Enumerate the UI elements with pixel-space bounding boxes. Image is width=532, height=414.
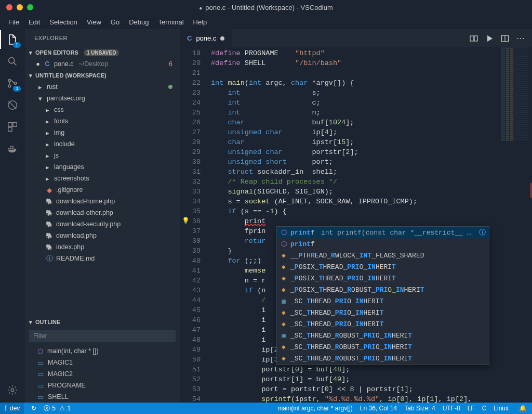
problems-count: 6	[169, 60, 172, 68]
tree-item[interactable]: ▸screenshots	[25, 173, 180, 184]
suggest-item[interactable]: ⬡printfint printf(const char *__restrict…	[277, 227, 489, 238]
suggest-item[interactable]: ◆_SC_THREAD_ROBUST_PRIO_INHERIT	[277, 341, 489, 353]
suggest-item[interactable]: ◆_SC_THREAD_PRIO_INHERIT	[277, 318, 489, 330]
git-file-icon: ◆	[46, 186, 53, 194]
php-file-icon: 🐘	[46, 244, 53, 251]
outline-filter-input[interactable]: Filter	[29, 330, 176, 342]
suggest-widget[interactable]: ⬡printfint printf(const char *__restrict…	[276, 226, 489, 365]
tree-item[interactable]: 🐘download.php	[25, 230, 180, 241]
tree-item[interactable]: ▸js	[25, 150, 180, 161]
chevron-right-icon: ▸	[46, 118, 51, 125]
minimize-window-icon[interactable]	[17, 4, 23, 10]
info-icon[interactable]: ⓘ	[479, 228, 486, 238]
suggest-item[interactable]: ◆_POSIX_THREAD_PRIO_INHERIT	[277, 261, 489, 273]
suggest-item[interactable]: ◆__PTHREAD_RWLOCK_INT_FLAGS_SHARED	[277, 250, 489, 261]
constant-icon: ▭	[37, 393, 44, 401]
close-window-icon[interactable]	[6, 4, 12, 10]
menu-selection[interactable]: Selection	[45, 16, 81, 28]
suggest-item[interactable]: ◆_POSIX_THREAD_PRIO_INHERIT	[277, 273, 489, 284]
activity-explorer-icon[interactable]: 1	[6, 33, 19, 46]
constant-icon: ▭	[37, 382, 44, 390]
minimap[interactable]	[501, 47, 528, 141]
lightbulb-icon[interactable]: 💡	[182, 216, 189, 226]
chevron-icon: ▸	[38, 83, 44, 91]
status-context[interactable]: main(int argc, char * argv[])	[277, 405, 353, 412]
tree-item[interactable]: 🐘index.php	[25, 241, 180, 253]
maximize-window-icon[interactable]	[27, 4, 33, 10]
tree-item[interactable]: 🐘download-security.php	[25, 218, 180, 230]
tree-item[interactable]: ▸css	[25, 104, 180, 115]
php-file-icon: 🐘	[46, 210, 53, 216]
status-sync[interactable]: ↻	[31, 405, 36, 412]
outline-item[interactable]: ▭PROGNAME	[25, 380, 180, 391]
status-language[interactable]: C	[482, 405, 487, 412]
svg-point-1	[8, 79, 11, 82]
chevron-down-icon: ▾	[28, 319, 33, 326]
menu-debug[interactable]: Debug	[125, 16, 153, 28]
notifications-icon[interactable]: 🔔	[519, 405, 527, 412]
tree-item[interactable]: 🐘download-other.php	[25, 207, 180, 218]
suggest-item[interactable]: ▣_SC_THREAD_PRIO_INHERIT	[277, 295, 489, 307]
activity-extensions-icon[interactable]	[6, 121, 19, 133]
menu-view[interactable]: View	[83, 16, 105, 28]
tree-item[interactable]: ▸fonts	[25, 115, 180, 127]
more-actions-icon[interactable]: ⋯	[516, 34, 525, 43]
status-os[interactable]: Linux	[494, 405, 509, 412]
suggest-item[interactable]: ◆_SC_THREAD_ROBUST_PRIO_INHERIT	[277, 353, 489, 364]
svg-point-8	[11, 389, 14, 392]
suggest-item[interactable]: ◆_SC_THREAD_PRIO_INHERIT	[277, 307, 489, 318]
open-editors-header[interactable]: ▾ OPEN EDITORS 1 UNSAVED	[25, 47, 180, 58]
suggest-item[interactable]: ▣_SC_THREAD_ROBUST_PRIO_INHERIT	[277, 330, 489, 341]
menu-file[interactable]: File	[4, 16, 23, 28]
outline-item[interactable]: ▭SHELL	[25, 391, 180, 403]
tree-item[interactable]: ⓘREADME.md	[25, 253, 180, 264]
outline-item[interactable]: ⬡main(int, char * [])	[25, 345, 180, 357]
constant-icon: ▭	[37, 359, 44, 367]
activity-search-icon[interactable]	[6, 55, 19, 68]
chevron-right-icon: ▸	[46, 106, 51, 114]
menu-edit[interactable]: Edit	[24, 16, 44, 28]
editor-tabs: C pone.c ⋯	[180, 29, 532, 47]
tree-item[interactable]: ▸include	[25, 138, 180, 150]
menu-go[interactable]: Go	[107, 16, 124, 28]
code-editor[interactable]: 1920212223242526272829303132333435💡36373…	[180, 47, 532, 403]
explorer-badge: 1	[13, 42, 21, 48]
window-title: pone.c - Untitled (Workspace) - VSCodium	[199, 4, 332, 11]
activity-debug-icon[interactable]	[6, 99, 19, 111]
tree-item[interactable]: ◆.gitignore	[25, 184, 180, 196]
compare-icon[interactable]	[470, 34, 478, 43]
suggest-item[interactable]: ⬡printf	[277, 238, 489, 250]
open-editor-item[interactable]: ● C pone.c ~/Desktop 6	[25, 58, 180, 70]
activity-settings-icon[interactable]	[6, 384, 19, 396]
tree-item[interactable]: ▸languages	[25, 161, 180, 173]
svg-rect-5	[8, 123, 12, 126]
tree-root-parrotsec.org[interactable]: ▾parrotsec.org	[25, 93, 180, 104]
status-encoding[interactable]: UTF-8	[443, 405, 460, 412]
c-file-icon: C	[44, 60, 51, 68]
activity-docker-icon[interactable]	[6, 143, 19, 155]
menu-help[interactable]: Help	[189, 16, 211, 28]
tree-item[interactable]: 🐘download-home.php	[25, 196, 180, 207]
status-branch[interactable]: ᚶ dev	[0, 403, 24, 414]
status-tab-size[interactable]: Tab Size: 4	[404, 405, 435, 412]
outline-item[interactable]: ▭MAGIC2	[25, 368, 180, 380]
outline-item[interactable]: ▭MAGIC1	[25, 357, 180, 368]
tree-root-rust[interactable]: ▸rust	[25, 81, 180, 93]
info-file-icon: ⓘ	[46, 254, 53, 263]
sidebar-title: EXPLORER	[25, 29, 180, 47]
method-icon: ⬡	[280, 239, 287, 249]
suggest-item[interactable]: ◆_POSIX_THREAD_ROBUST_PRIO_INHERIT	[277, 284, 489, 295]
outline-header[interactable]: ▾ OUTLINE	[25, 316, 180, 328]
scm-badge: 3	[13, 86, 21, 92]
var-icon: ▣	[280, 296, 287, 306]
tab-pone-c[interactable]: C pone.c	[180, 29, 232, 47]
status-position[interactable]: Ln 36, Col 14	[360, 405, 397, 412]
status-problems[interactable]: ⓧ 5 ⚠ 1	[44, 404, 71, 413]
split-editor-icon[interactable]	[501, 34, 509, 43]
tree-item[interactable]: ▸img	[25, 127, 180, 138]
workspace-header[interactable]: ▾ UNTITLED (WORKSPACE)	[25, 70, 180, 81]
activity-scm-icon[interactable]: 3	[6, 77, 19, 89]
menu-terminal[interactable]: Terminal	[154, 16, 188, 28]
run-icon[interactable]	[485, 34, 494, 43]
status-eol[interactable]: LF	[468, 405, 475, 412]
